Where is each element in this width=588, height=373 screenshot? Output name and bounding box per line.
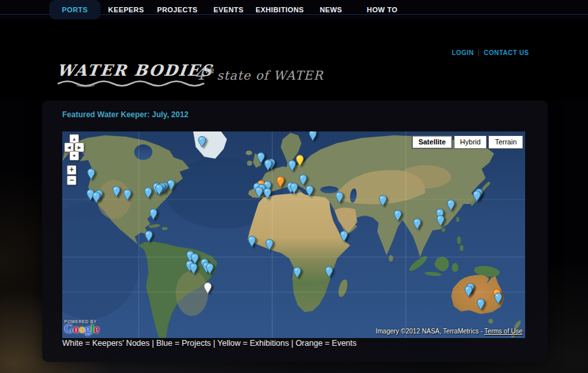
pan-right-icon: ▶ — [78, 145, 81, 150]
map-marker-blue[interactable] — [335, 192, 344, 203]
map-marker-blue[interactable] — [305, 185, 314, 197]
map-marker-blue[interactable] — [248, 236, 256, 247]
map-type-terrain[interactable]: Terrain — [488, 135, 523, 149]
nav-tab-exhibitions[interactable]: EXHIBITIONS — [254, 0, 305, 19]
map-type-hybrid[interactable]: Hybrid — [454, 135, 488, 149]
map-marker-blue[interactable] — [379, 195, 387, 207]
nav-tab-ports[interactable]: PORTS — [49, 0, 100, 19]
map-marker-blue[interactable] — [155, 184, 163, 196]
nav-tab-projects[interactable]: PROJECTS — [152, 0, 203, 19]
map-marker-blue[interactable] — [264, 159, 272, 171]
pan-down-button[interactable]: ▼ — [69, 151, 79, 161]
marker-color-legend: White = Keepers' Nodes | Blue = Projects… — [62, 339, 357, 348]
terms-of-use-link[interactable]: Terms of Use — [484, 328, 523, 335]
logo-wave-underline-icon — [57, 78, 207, 87]
pan-left-icon: ◀ — [67, 145, 71, 150]
map-marker-blue[interactable] — [145, 231, 153, 242]
page: PORTS KEEPERS PROJECTS EVENTS EXHIBITION… — [0, 0, 588, 373]
map-marker-blue[interactable] — [112, 186, 121, 198]
map-type-control: Satellite Hybrid Terrain — [412, 135, 523, 149]
top-nav: PORTS KEEPERS PROJECTS EVENTS EXHIBITION… — [0, 0, 588, 19]
map-marker-blue[interactable] — [299, 174, 307, 186]
header: LOGIN|CONTACT US WATER BODIES 4thstate o… — [0, 19, 588, 100]
zoom-in-button[interactable]: + — [67, 165, 76, 175]
map-marker-blue[interactable] — [263, 188, 272, 199]
map-marker-blue[interactable] — [447, 199, 455, 211]
map-marker-blue[interactable] — [413, 218, 421, 230]
link-separator: | — [478, 49, 480, 56]
map-marker-blue[interactable] — [288, 160, 296, 172]
map-type-satellite[interactable]: Satellite — [412, 135, 452, 149]
map-marker-blue[interactable] — [87, 168, 95, 180]
map-marker-blue[interactable] — [494, 293, 502, 304]
map-marker-blue[interactable] — [473, 190, 481, 202]
zoom-in-icon: + — [69, 165, 74, 174]
nav-tab-news[interactable]: NEWS — [305, 0, 357, 19]
map-marker-blue[interactable] — [476, 299, 485, 310]
map-marker-blue[interactable] — [265, 239, 274, 251]
content-panel: Featured Water Keeper: July, 2012 — [42, 100, 548, 362]
map-marker-blue[interactable] — [92, 192, 100, 203]
map-marker-yellow[interactable] — [296, 155, 304, 166]
nav-tab-events[interactable]: EVENTS — [203, 0, 254, 19]
map-marker-blue[interactable] — [206, 263, 214, 275]
map-marker-blue[interactable] — [436, 215, 445, 227]
markers-layer — [62, 131, 525, 338]
featured-keeper-heading: Featured Water Keeper: July, 2012 — [62, 110, 189, 119]
map-marker-blue[interactable] — [255, 186, 263, 198]
map-marker-blue[interactable] — [198, 136, 206, 148]
account-links: LOGIN|CONTACT US — [452, 49, 529, 56]
pan-up-icon: ▲ — [72, 137, 76, 141]
contact-us-link[interactable]: CONTACT US — [484, 49, 529, 56]
map-marker-orange[interactable] — [276, 176, 285, 188]
map-marker-blue[interactable] — [464, 286, 473, 297]
google-branding[interactable]: POWERED BY Google — [64, 319, 99, 334]
pan-down-icon: ▼ — [72, 153, 76, 158]
login-link[interactable]: LOGIN — [452, 49, 474, 56]
world-map[interactable]: Satellite Hybrid Terrain ▲ ◀ ▶ ▼ + − POW… — [62, 131, 525, 338]
map-marker-white[interactable] — [204, 282, 212, 294]
attribution-text: Imagery ©2012 NASA, TerraMetrics - — [375, 328, 484, 335]
zoom-out-button[interactable]: − — [67, 175, 76, 185]
zoom-out-icon: − — [69, 175, 74, 185]
logo-title: WATER BODIES — [56, 61, 214, 80]
map-marker-blue[interactable] — [325, 266, 333, 278]
map-attribution: Imagery ©2012 NASA, TerraMetrics - Terms… — [375, 328, 523, 335]
map-marker-blue[interactable] — [394, 210, 402, 221]
nav-items: PORTS KEEPERS PROJECTS EVENTS EXHIBITION… — [49, 0, 408, 19]
map-marker-blue[interactable] — [189, 263, 198, 275]
map-marker-blue[interactable] — [309, 131, 317, 141]
nav-tab-howto[interactable]: HOW TO — [357, 0, 408, 19]
map-marker-blue[interactable] — [149, 209, 158, 220]
map-marker-blue[interactable] — [293, 267, 301, 278]
map-marker-blue[interactable] — [290, 183, 298, 194]
map-marker-blue[interactable] — [123, 189, 132, 201]
logo-tagline: 4thstate of WATER — [194, 65, 323, 84]
map-marker-blue[interactable] — [340, 231, 348, 242]
map-marker-blue[interactable] — [144, 187, 152, 199]
site-logo[interactable]: WATER BODIES 4thstate of WATER — [57, 61, 213, 87]
google-logo: Google — [64, 324, 99, 334]
nav-tab-keepers[interactable]: KEEPERS — [100, 0, 152, 19]
